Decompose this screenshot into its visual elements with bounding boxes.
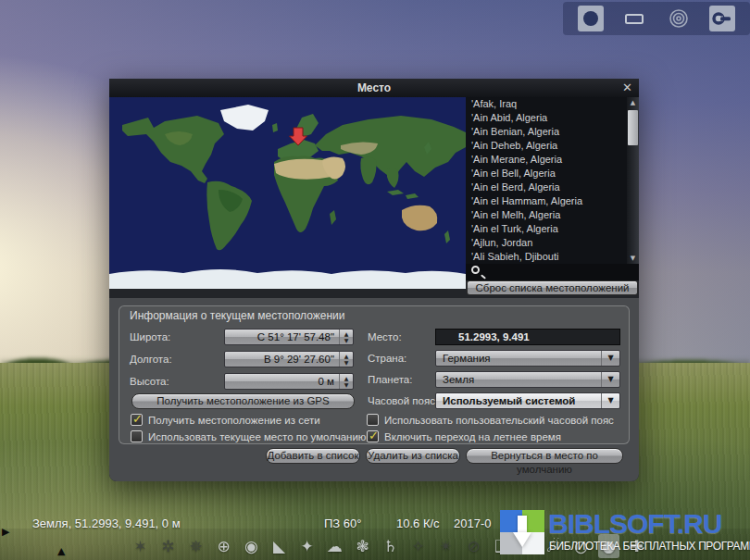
add-to-list-button[interactable]: Добавить в список [266,448,360,464]
planet-orbits-icon[interactable]: ✧ [407,534,429,558]
latitude-spinner[interactable]: ▲ ▼ [339,330,353,344]
planet-value: Земля [443,372,474,389]
list-item[interactable]: 'Ajlun, Jordan [466,236,625,250]
close-icon[interactable]: ✕ [622,81,632,94]
list-item[interactable]: 'Ain el Berd, Algeria [466,180,625,194]
scrollbar-thumb[interactable] [628,110,638,145]
scroll-up-icon[interactable]: ▲ [627,97,639,108]
list-item[interactable]: 'Ain el Turk, Algeria [466,222,625,236]
latitude-spinbox[interactable]: С 51° 17' 57.48" ▲ ▼ [224,329,354,345]
exoplanets-icon[interactable]: ✴ [435,534,456,558]
left-toolbar-expander-icon[interactable]: ▶ [2,526,9,538]
scroll-down-icon[interactable]: ▼ [627,253,639,264]
dialog-title: Место [109,81,639,94]
download-arrow-icon [513,516,531,549]
list-item[interactable]: 'Ain Deheb, Algeria [466,139,625,153]
dialog-titlebar[interactable]: Место ✕ [109,79,639,97]
world-map-graphic [109,97,466,289]
location-info-panel: Информация о текущем местоположении Широ… [109,298,639,481]
watermark-title: BIBLSOFT.RU [548,508,750,540]
ocular-view-button[interactable] [578,6,604,31]
constellation-art-icon[interactable]: ✵ [185,534,206,558]
checkbox-location-from-network[interactable]: ✓ [131,414,143,426]
bottom-toolbar-expander-icon[interactable]: ▲ [57,545,65,557]
ocular-circle-icon [581,8,601,29]
oculars-toolbar [563,2,750,35]
search-icon [471,266,480,274]
list-item[interactable]: 'Ain Merane, Algeria [466,153,625,167]
location-list: 'Afak, Iraq 'Ain Abid, Algeria 'Ain Beni… [466,97,639,264]
list-item[interactable]: 'Ali Sabieh, Djibouti [466,250,625,264]
search-input[interactable] [486,265,632,280]
satellites-icon[interactable]: ⊘ [463,534,484,558]
altitude-spinbox[interactable]: 0 м ▲ ▼ [224,373,354,390]
oculars-settings-button[interactable] [709,6,735,31]
altitude-spinner[interactable]: ▲ ▼ [339,374,353,389]
checkbox-dst[interactable]: ✓ [367,430,379,442]
place-label: Место: [368,329,402,345]
checkbox-custom-timezone-label: Использовать пользовательский часовой по… [384,414,614,427]
list-item[interactable]: 'Ain Benian, Algeria [466,125,625,139]
longitude-spinner[interactable]: ▲ ▼ [339,352,353,367]
altitude-label: Высота: [130,373,169,390]
telrad-circles-icon [668,7,690,30]
groupbox-title: Информация о текущем местоположении [130,309,345,322]
biblsoft-logo-icon [500,510,544,554]
azimuthal-grid-icon[interactable]: ◉ [241,534,262,558]
telrad-button[interactable] [666,6,692,31]
altitude-value[interactable]: 0 м [319,374,335,391]
check-icon: ✓ [369,429,379,442]
status-date: 2017-0 [454,516,491,530]
spin-down-icon[interactable]: ▼ [344,359,349,366]
checkbox-use-as-default[interactable] [131,430,143,442]
location-dialog: Место ✕ [109,79,639,481]
checkbox-location-from-network-label: Получить местоположение из сети [148,414,320,427]
list-item[interactable]: 'Afak, Iraq [466,97,625,111]
get-location-gps-button[interactable]: Получить местоположение из GPS [131,393,355,409]
latitude-value[interactable]: С 51° 17' 57.48" [257,330,334,346]
chevron-down-icon[interactable]: ▼ [601,372,619,387]
chevron-down-icon[interactable]: ▼ [601,351,619,366]
ground-icon[interactable]: ◣ [269,534,290,558]
spin-down-icon[interactable]: ▼ [344,381,349,388]
ccd-frame-button[interactable] [621,6,647,31]
list-item[interactable]: 'Ain el Bell, Algeria [466,167,625,180]
checkbox-use-as-default-label: Использовать текущее место по умолчанию [148,430,366,443]
place-input[interactable] [435,329,620,345]
constellation-labels-icon[interactable]: ✲ [157,534,179,558]
cardinal-points-icon[interactable]: ✦ [296,534,318,558]
spin-up-icon[interactable]: ▲ [344,353,349,359]
constellation-lines-icon[interactable]: ✶ [130,534,151,558]
atmosphere-icon[interactable]: ☁ [324,534,345,558]
checkbox-dst-label: Включить переход на летнее время [384,430,561,443]
spin-down-icon[interactable]: ▼ [344,337,349,343]
planet-label: Планета: [368,371,412,388]
planet-dropdown[interactable]: Земля ▼ [435,371,620,388]
deep-sky-objects-icon[interactable]: ❃ [352,534,373,558]
spin-up-icon[interactable]: ▲ [344,330,349,337]
list-item[interactable]: 'Ain Abid, Algeria [466,111,625,125]
country-label: Страна: [368,350,406,367]
list-item[interactable]: 'Ain el Melh, Algeria [466,208,625,222]
watermark-subtitle: БИБЛИОТЕКА БЕСПЛАТНЫХ ПРОГРАММ [549,540,750,553]
checkbox-custom-timezone[interactable] [367,414,379,426]
latitude-label: Широта: [130,329,170,345]
status-fov: ПЗ 60° [324,516,361,530]
timezone-value: Используемый системой [443,393,575,410]
country-dropdown[interactable]: Германия ▼ [435,350,620,367]
list-item[interactable]: 'Ain el Hammam, Algeria [466,194,625,208]
longitude-spinbox[interactable]: В 9° 29' 27.60" ▲ ▼ [224,351,354,367]
list-scrollbar[interactable]: ▲ ▼ [627,97,639,264]
spin-up-icon[interactable]: ▲ [344,375,349,381]
planets-icon[interactable]: ♄ [380,534,401,558]
world-map[interactable] [109,97,466,289]
timezone-dropdown[interactable]: Используемый системой ▼ [435,392,620,409]
longitude-value[interactable]: В 9° 29' 27.60" [264,352,334,368]
return-default-button[interactable]: Вернуться в место по умолчанию [466,448,623,464]
location-search-row [466,264,639,280]
chevron-down-icon[interactable]: ▼ [601,393,619,408]
equatorial-grid-icon[interactable]: ⊕ [213,534,234,558]
reset-location-list-button[interactable]: Сброс списка местоположений [467,280,638,295]
check-icon: ✓ [132,412,143,426]
delete-from-list-button[interactable]: Удалить из списка [366,448,460,464]
